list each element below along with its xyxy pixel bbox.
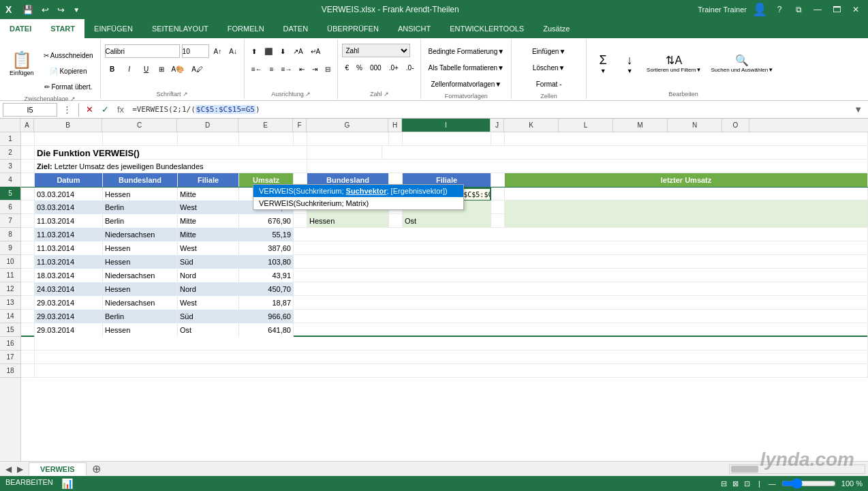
cell-rest9[interactable] bbox=[294, 241, 868, 255]
row-header-8[interactable]: 8 bbox=[0, 228, 20, 241]
col-header-i[interactable]: I bbox=[402, 119, 491, 132]
cell-e13[interactable]: 18,87 bbox=[239, 296, 294, 310]
cell-d6[interactable]: West bbox=[178, 200, 239, 214]
cell-j4[interactable] bbox=[491, 173, 505, 187]
cell-f7[interactable] bbox=[294, 214, 307, 228]
tab-seitenlayout[interactable]: SEITENLAYOUT bbox=[142, 19, 218, 38]
expand-bar-button[interactable]: ▼ bbox=[851, 104, 865, 115]
row-header-15[interactable]: 15 bbox=[0, 323, 20, 337]
cell-rest18[interactable] bbox=[35, 364, 868, 378]
row-header-3[interactable]: 3 bbox=[0, 160, 20, 173]
confirm-formula-button[interactable]: ✓ bbox=[99, 104, 112, 115]
font-name-input[interactable] bbox=[105, 44, 180, 58]
fill-button[interactable]: ↓ ▼ bbox=[619, 44, 640, 83]
tab-ansicht[interactable]: ANSICHT bbox=[388, 19, 440, 38]
cell-a1[interactable] bbox=[21, 132, 35, 146]
row-header-9[interactable]: 9 bbox=[0, 241, 20, 255]
sheet-scroll-left-button[interactable]: ◀ bbox=[3, 463, 14, 475]
cell-c1[interactable] bbox=[103, 132, 178, 146]
col-header-l[interactable]: L bbox=[559, 119, 613, 132]
cell-e7[interactable]: 676,90 bbox=[239, 214, 294, 228]
col-header-j[interactable]: J bbox=[491, 119, 504, 132]
cell-d14[interactable]: Süd bbox=[178, 310, 239, 323]
number-format-select[interactable]: Zahl Standard Währung bbox=[342, 44, 410, 57]
find-select-button[interactable]: 🔍 Suchen und Auswählen▼ bbox=[709, 44, 777, 83]
format-cells-button[interactable]: Format - bbox=[516, 76, 582, 91]
help-button[interactable]: ? bbox=[773, 3, 786, 16]
cell-g7-hessen[interactable]: Hessen bbox=[307, 214, 389, 228]
tab-ueberpruefen[interactable]: ÜBERPRÜFEN bbox=[317, 19, 388, 38]
align-right-button[interactable]: ≡→ bbox=[279, 61, 295, 76]
copy-button[interactable]: 📄 Kopieren bbox=[41, 63, 96, 78]
align-left-button[interactable]: ≡← bbox=[249, 61, 265, 76]
fill-color-button[interactable]: A🎨 bbox=[169, 61, 187, 76]
cancel-formula-button[interactable]: ✕ bbox=[83, 104, 96, 115]
border-button[interactable]: ⊞ bbox=[156, 61, 167, 76]
col-header-g[interactable]: G bbox=[307, 119, 388, 132]
cell-d1[interactable] bbox=[178, 132, 239, 146]
cell-e11[interactable]: 43,91 bbox=[239, 269, 294, 282]
cell-e12[interactable]: 450,70 bbox=[239, 282, 294, 296]
increase-decimal-button[interactable]: .0+ bbox=[386, 60, 401, 75]
cell-rest14[interactable] bbox=[294, 310, 868, 323]
conditional-format-button[interactable]: Bedingte Formatierung▼ bbox=[425, 44, 507, 59]
row-header-11[interactable]: 11 bbox=[0, 269, 20, 282]
col-header-a[interactable]: A bbox=[20, 119, 34, 132]
col-header-n[interactable]: N bbox=[668, 119, 722, 132]
decrease-indent-button[interactable]: ⇤ bbox=[296, 61, 307, 76]
maximize-button[interactable]: 🗖 bbox=[830, 3, 843, 16]
cell-c15[interactable]: Hessen bbox=[103, 323, 178, 337]
cell-c8[interactable]: Niedersachsen bbox=[103, 228, 178, 241]
expand-formula-button[interactable]: ⋮ bbox=[60, 104, 74, 115]
cell-d4-filiale[interactable]: Filiale bbox=[178, 173, 239, 187]
cell-a14[interactable] bbox=[21, 310, 35, 323]
cell-k7[interactable] bbox=[505, 214, 868, 228]
cell-d12[interactable]: Nord bbox=[178, 282, 239, 296]
formula-input[interactable]: =VERWEIS(2;1/($C$5:$C$15=G5) bbox=[129, 105, 848, 114]
percent-button[interactable]: % bbox=[354, 60, 365, 75]
cell-b13[interactable]: 29.03.2014 bbox=[35, 296, 103, 310]
tab-formeln[interactable]: FORMELN bbox=[218, 19, 274, 38]
sort-filter-button[interactable]: ⇅A Sortieren und Filtern▼ bbox=[644, 44, 704, 83]
cell-j6[interactable] bbox=[491, 200, 505, 214]
cell-a6[interactable] bbox=[21, 200, 35, 214]
cell-rest1[interactable] bbox=[505, 132, 868, 146]
cell-a13[interactable] bbox=[21, 296, 35, 310]
cell-e15[interactable]: 641,80 bbox=[239, 323, 294, 337]
cell-c13[interactable]: Niedersachsen bbox=[103, 296, 178, 310]
cell-a8[interactable] bbox=[21, 228, 35, 241]
col-header-k[interactable]: K bbox=[504, 119, 559, 132]
cell-i7-ost[interactable]: Ost bbox=[403, 214, 491, 228]
restore-button[interactable]: ⧉ bbox=[792, 3, 805, 16]
cell-rest2[interactable] bbox=[382, 146, 868, 160]
cell-rest15[interactable] bbox=[294, 323, 868, 337]
font-size-decrease-button[interactable]: A↓ bbox=[226, 44, 240, 59]
cell-a15[interactable] bbox=[21, 323, 35, 337]
thousands-button[interactable]: 000 bbox=[367, 60, 384, 75]
row-header-4[interactable]: 4 bbox=[0, 173, 20, 187]
row-header-13[interactable]: 13 bbox=[0, 296, 20, 310]
col-header-b[interactable]: B bbox=[34, 119, 102, 132]
cell-c11[interactable]: Niedersachsen bbox=[103, 269, 178, 282]
cell-c9[interactable]: Hessen bbox=[103, 241, 178, 255]
view-pagelayout-button[interactable]: ⊡ bbox=[744, 479, 750, 488]
col-header-h[interactable]: H bbox=[388, 119, 402, 132]
italic-button[interactable]: I bbox=[122, 61, 137, 76]
tab-datei[interactable]: DATEI bbox=[0, 19, 41, 38]
cell-a12[interactable] bbox=[21, 282, 35, 296]
tab-start[interactable]: START bbox=[41, 19, 84, 38]
cell-c4-bundesland[interactable]: Bundesland bbox=[103, 173, 178, 187]
row-header-14[interactable]: 14 bbox=[0, 310, 20, 323]
cell-d10[interactable]: Süd bbox=[178, 255, 239, 269]
cell-g1[interactable] bbox=[307, 132, 389, 146]
cell-a7[interactable] bbox=[21, 214, 35, 228]
cell-h1[interactable] bbox=[389, 132, 403, 146]
table-format-button[interactable]: Als Tabelle formatieren▼ bbox=[425, 60, 507, 75]
cell-j5[interactable] bbox=[491, 188, 505, 201]
col-header-d[interactable]: D bbox=[177, 119, 238, 132]
row-header-2[interactable]: 2 bbox=[0, 146, 20, 160]
cell-a4[interactable] bbox=[21, 173, 35, 187]
row-header-7[interactable]: 7 bbox=[0, 214, 20, 228]
cell-i1[interactable] bbox=[403, 132, 491, 146]
bold-button[interactable]: B bbox=[105, 61, 120, 76]
